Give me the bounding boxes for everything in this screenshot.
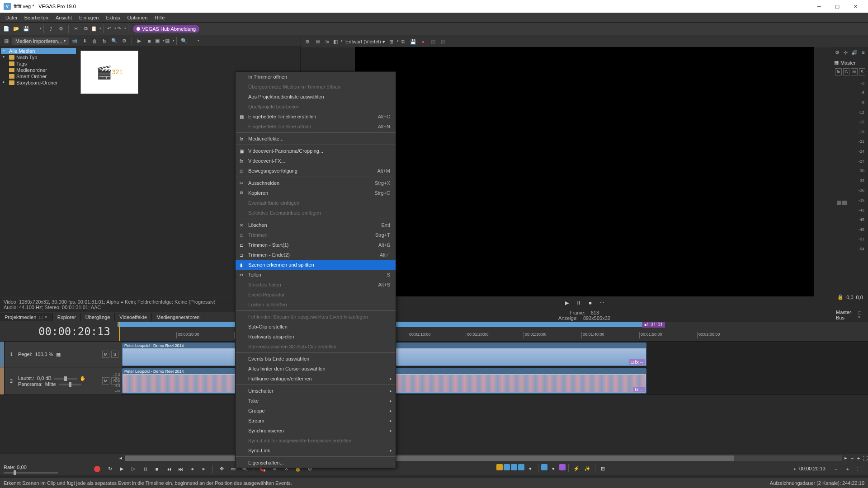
menu-edit[interactable]: Bearbeiten <box>21 14 52 22</box>
go-start-icon[interactable]: ⏮ <box>164 464 174 474</box>
split-screen-icon[interactable]: ◧ <box>333 37 342 46</box>
ctx-split[interactable]: ✂TeilenS <box>236 270 396 280</box>
play-icon[interactable]: ▶ <box>135 37 144 46</box>
preview-play-icon[interactable]: ▶ <box>563 299 571 307</box>
marker-tag[interactable] <box>511 464 517 470</box>
master-bus-tab[interactable]: Master-Bus▢ ✕ <box>832 308 868 322</box>
ctx-copy[interactable]: ⧉KopierenStrg+C <box>236 188 396 198</box>
media-fx-icon[interactable]: fx <box>100 37 109 46</box>
tree-media-folder[interactable]: Medienordner <box>1 67 76 73</box>
search-dropdown[interactable] <box>189 37 198 46</box>
zoom-v-out[interactable]: − <box>831 464 841 474</box>
master-insert-icon[interactable]: ⊹ <box>842 48 849 57</box>
ctx-media-fx[interactable]: fxMedieneffekte... <box>236 134 396 144</box>
tab-close-icon[interactable]: ▢ ✕ <box>858 310 864 319</box>
stop-icon[interactable]: ■ <box>145 37 154 46</box>
ctx-stream[interactable]: Stream▸ <box>236 416 396 426</box>
play-icon[interactable]: ▷ <box>128 464 138 474</box>
master-route-icon[interactable]: ▦ <box>834 60 839 66</box>
properties-icon[interactable]: ⚙ <box>57 24 66 33</box>
cut-icon[interactable]: ✂ <box>71 24 80 33</box>
scale2-icon[interactable]: ▤ <box>439 37 448 46</box>
hub-button[interactable]: VEGAS Hub Abmeldung <box>133 25 199 33</box>
ctx-properties[interactable]: Eigenschaften... <box>236 458 396 468</box>
ctx-select-after-cursor[interactable]: Alles hinter dem Cursor auswählen <box>236 364 396 374</box>
solo-button[interactable]: S <box>111 351 118 358</box>
zoom-fit-icon[interactable]: ⛶ <box>862 455 868 461</box>
tree-by-type[interactable]: Nach Typ <box>1 54 76 61</box>
capture-icon[interactable]: 📹 <box>70 37 79 46</box>
scroll-track[interactable] <box>125 455 842 461</box>
audio-track-header[interactable]: 2 Lautst.: 0,0 dB ✋ Panorama: Mitte <box>5 367 122 394</box>
video-preview[interactable] <box>355 47 814 296</box>
script2-icon[interactable]: ✨ <box>582 464 592 474</box>
scroll-left-icon[interactable]: ◂ <box>118 455 124 461</box>
ctx-group[interactable]: Gruppe▸ <box>236 406 396 416</box>
timecode-display[interactable]: 00:00:20:13 <box>0 322 118 341</box>
minimize-button[interactable]: ─ <box>810 1 828 12</box>
preview-props-icon[interactable]: ⚙ <box>303 37 312 46</box>
save-icon[interactable]: 💾 <box>22 24 31 33</box>
tree-smart-folder[interactable]: Smart-Ordner <box>1 73 76 80</box>
rate-slider[interactable] <box>4 472 58 474</box>
video-track-lane[interactable]: Peter Leopold - Demo Reel 2014 ☐ fx ⋯ <box>122 342 868 367</box>
menu-view[interactable]: Ansicht <box>52 14 75 22</box>
ctx-select-from-list[interactable]: Aus Projektmedienliste auswählen <box>236 92 396 102</box>
video-track-header[interactable]: 1 Pegel: 100,0 % ▦ M S <box>5 342 122 367</box>
tree-all-media[interactable]: Alle Medien <box>1 48 76 54</box>
ctx-cut[interactable]: ✂AusschneidenStrg+X <box>236 178 396 188</box>
undo-icon[interactable]: ↶ <box>106 24 115 33</box>
redo-icon[interactable]: ↷ <box>116 24 125 33</box>
zoom-in-icon[interactable]: + <box>855 455 862 461</box>
ctx-trim-end[interactable]: ⊐Trimmen - Ende(2)Alt+´ <box>236 250 396 260</box>
script-icon[interactable]: ⚡ <box>571 464 581 474</box>
play-start-icon[interactable]: ▶ <box>117 464 127 474</box>
view-icon[interactable]: ▦ <box>165 37 174 46</box>
marker-tag[interactable] <box>504 464 510 470</box>
marker-tag[interactable] <box>518 464 524 470</box>
media-props-icon[interactable]: 🔍 <box>110 37 119 46</box>
tree-expand-icon[interactable]: ▸ <box>3 80 5 84</box>
mute-button[interactable]: M <box>102 377 109 385</box>
ctx-take[interactable]: Take▸ <box>236 396 396 406</box>
tab-video-fx[interactable]: Videoeffekte <box>115 313 152 321</box>
media-add-icon[interactable]: ▦ <box>2 37 11 46</box>
timeline-scrollbar[interactable]: ◂ ▸ − + ⛶ <box>0 454 868 462</box>
normal-edit-icon[interactable]: ✥ <box>217 464 226 474</box>
tree-storyboard-folder[interactable]: Storyboard-Ordner <box>1 80 76 86</box>
close-button[interactable]: ✕ <box>846 1 864 12</box>
media-thumb[interactable]: 🎬321 <box>80 51 138 94</box>
pan-slider[interactable] <box>59 384 81 385</box>
master-solo-button[interactable]: S <box>859 68 866 75</box>
menu-tools[interactable]: Extras <box>102 14 123 22</box>
command-marker[interactable] <box>559 464 566 470</box>
maximize-button[interactable]: ▢ <box>828 1 846 12</box>
tab-explorer[interactable]: Explorer <box>53 313 81 321</box>
video-fx-icon[interactable]: fx <box>323 37 332 46</box>
new-icon[interactable]: 📄 <box>2 24 11 33</box>
preview-stop-icon[interactable]: ■ <box>586 299 594 307</box>
ext-icon[interactable]: ⊞ <box>598 464 608 474</box>
loop-icon[interactable]: ↻ <box>105 464 115 474</box>
ctx-motion-track[interactable]: ◎BewegungsverfolgungAlt+M <box>236 166 396 176</box>
cd-marker[interactable] <box>541 464 547 470</box>
ctx-sync-link[interactable]: Sync-Link▸ <box>236 446 396 455</box>
menu-file[interactable]: Datei <box>2 14 21 22</box>
ctx-trim-start[interactable]: ⊏Trimmen - Start(1)Alt+ß <box>236 240 396 250</box>
pause-icon[interactable]: ⏸ <box>140 464 150 474</box>
clip-fx-badge[interactable]: fx ⋯ <box>633 387 645 392</box>
track-collapse[interactable] <box>0 342 5 367</box>
zoom-v-in[interactable]: + <box>843 464 853 474</box>
ctx-pan-crop[interactable]: ▣Videoevent-Panorama/Cropping... <box>236 146 396 156</box>
scroll-right-icon[interactable]: ▸ <box>843 455 849 461</box>
master-settings-icon[interactable]: ⚙ <box>833 48 841 57</box>
master-g-button[interactable]: G <box>843 68 850 75</box>
tree-tags[interactable]: Tags <box>1 61 76 67</box>
ctx-switches[interactable]: Umschalter▸ <box>236 386 396 396</box>
ctx-create-subclip[interactable]: Sub-Clip erstellen <box>236 322 396 332</box>
ctx-sync[interactable]: Synchronisieren▸ <box>236 426 396 436</box>
ctx-reverse[interactable]: Rückwärts abspielen <box>236 332 396 342</box>
master-dim-icon[interactable]: 🔊 <box>851 48 859 57</box>
ctx-envelope[interactable]: Hüllkurve einfügen/entfernen▸ <box>236 374 396 384</box>
menu-insert[interactable]: Einfügen <box>75 14 102 22</box>
